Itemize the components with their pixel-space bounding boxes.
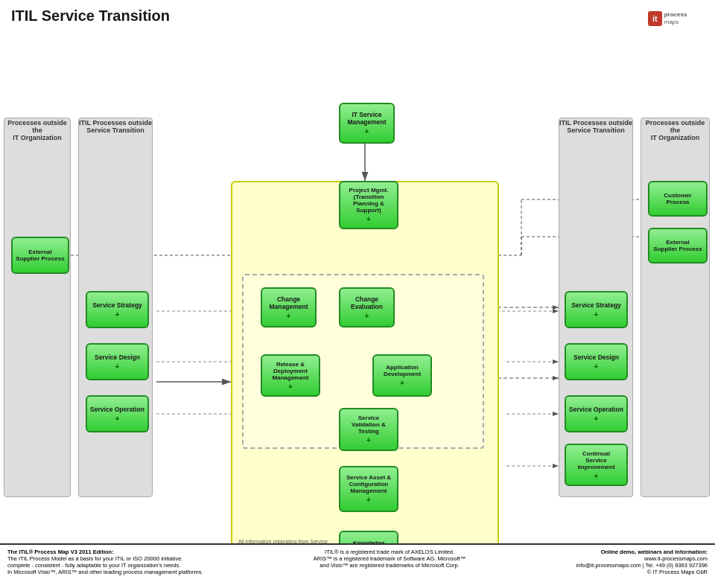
continual-improvement-box[interactable]: Continual Service Improvement + — [565, 444, 628, 486]
footer-line1: The ITIL Process Model as a basis for yo… — [7, 555, 203, 562]
page-title: ITIL Service Transition — [0, 0, 715, 28]
footer: The ITIL® Process Map V3 2011 Edition: T… — [0, 543, 715, 588]
footer-right: Online demo, webinars and information: w… — [576, 549, 708, 584]
footer-right-title: Online demo, webinars and information: — [576, 549, 708, 555]
footer-center2: ARIS™ is a registered trademark of Softw… — [314, 555, 466, 562]
footer-left: The ITIL® Process Map V3 2011 Edition: T… — [7, 549, 203, 584]
right-col2-header: Processes outside the IT Organization — [641, 119, 710, 141]
footer-title: The ITIL® Process Map V3 2011 Edition: — [7, 549, 203, 555]
service-operation-right-box[interactable]: Service Operation + — [565, 395, 628, 432]
customer-process-box[interactable]: Customer Process — [648, 181, 708, 217]
service-design-right-box[interactable]: Service Design + — [565, 343, 628, 380]
service-design-left-box[interactable]: Service Design + — [86, 343, 149, 380]
external-supplier-box[interactable]: External Supplier Process — [11, 237, 69, 274]
logo-it: it — [648, 11, 662, 26]
release-deploy-box[interactable]: Release & Deployment Management + — [261, 354, 320, 397]
change-mgmt-box[interactable]: Change Management + — [261, 287, 317, 327]
footer-right4: © IT Process Maps GbR — [576, 569, 708, 575]
app-dev-box[interactable]: Application Development + — [372, 354, 432, 397]
footer-line3: In Microsoft Visio™, ARIS™ and other lea… — [7, 569, 203, 575]
logo: it process maps — [648, 4, 708, 33]
left-col1-bg — [4, 118, 71, 497]
left-col2-header: ITIL Processes outside Service Transitio… — [78, 119, 153, 134]
service-strategy-left-box[interactable]: Service Strategy + — [86, 291, 149, 328]
service-strategy-right-box[interactable]: Service Strategy + — [565, 291, 628, 328]
footer-right3: info@it-processmaps.com | Tel. +49 (0) 8… — [576, 562, 708, 569]
service-operation-left-box[interactable]: Service Operation + — [86, 395, 149, 432]
external-supplier-right-box[interactable]: External Supplier Process — [648, 228, 708, 263]
right-col1-header: ITIL Processes outside Service Transitio… — [559, 119, 633, 134]
footer-center: ITIL® is a registered trade mark of AXEL… — [314, 549, 466, 584]
footer-line2: complete - consistent - fully adaptable … — [7, 562, 203, 569]
diagram-container: Processes outside the IT Organization IT… — [0, 58, 715, 587]
project-mgmt-box[interactable]: Project Mgmt. (Transition Planning & Sup… — [339, 181, 398, 229]
service-asset-box[interactable]: Service Asset & Configuration Management… — [339, 466, 398, 512]
it-service-mgmt-box[interactable]: IT Service Management + — [339, 103, 395, 144]
footer-center1: ITIL® is a registered trade mark of AXEL… — [314, 549, 466, 555]
service-validation-box[interactable]: Service Validation & Testing + — [339, 408, 398, 451]
right-col2-bg — [641, 118, 710, 497]
change-eval-box[interactable]: Change Evaluation + — [339, 287, 395, 327]
left-col1-header: Processes outside the IT Organization — [4, 119, 71, 141]
footer-right1: www.it-processmaps.com — [576, 555, 708, 562]
footer-center3: and Visio™ are registered trademarks of … — [314, 562, 466, 569]
logo-text: process maps — [664, 11, 687, 27]
